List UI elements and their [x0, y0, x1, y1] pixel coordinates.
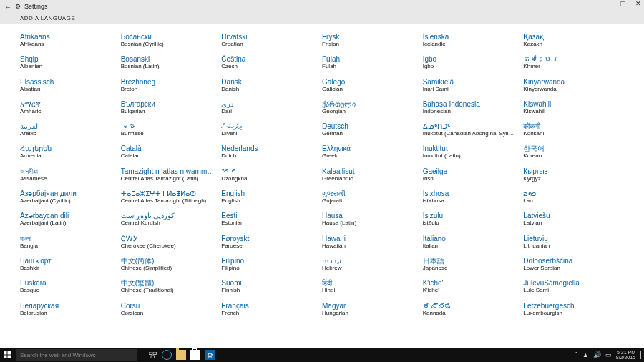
- language-item[interactable]: ລາວLao: [523, 190, 617, 205]
- language-item[interactable]: BrezhonegBreton: [121, 78, 215, 93]
- language-item[interactable]: ItalianoItalian: [423, 235, 517, 250]
- language-item[interactable]: Азәрбајҹан дилиAzerbaijani (Cyrillic): [20, 190, 114, 205]
- language-item[interactable]: ᐃᓄᒃᑎᑐᑦInuktitut (Canadian Aboriginal Syl…: [423, 122, 517, 137]
- language-item[interactable]: 日本語Japanese: [423, 257, 517, 272]
- language-item[interactable]: EnglishEnglish: [221, 190, 315, 205]
- language-item[interactable]: IsixhosaisiXhosa: [423, 190, 517, 205]
- language-item[interactable]: 中文(繁體)Chinese (Traditional): [121, 279, 215, 294]
- language-item[interactable]: हिंदीHindi: [322, 279, 416, 294]
- language-item[interactable]: EestiEstonian: [221, 212, 315, 227]
- input-indicator-icon[interactable]: ▭: [605, 351, 612, 358]
- language-native-name: ᐃᓄᒃᑎᑐᑦ: [423, 122, 517, 130]
- maximize-button[interactable]: ▢: [618, 0, 627, 7]
- minimize-button[interactable]: —: [602, 0, 611, 7]
- language-english-name: Basque: [20, 288, 114, 294]
- language-item[interactable]: ភាសាខ្មែរKhmer: [523, 55, 617, 70]
- language-item[interactable]: LietuviųLithuanian: [523, 235, 617, 250]
- language-item[interactable]: ᏣᎳᎩCherokee (Cherokee): [121, 235, 215, 250]
- language-item[interactable]: DolnoserbšćinaLower Sorbian: [523, 257, 617, 272]
- language-item[interactable]: कोंकणीKonkani: [523, 122, 617, 137]
- volume-icon[interactable]: 🔊: [593, 351, 601, 358]
- language-item[interactable]: বাংলাBangla: [20, 235, 114, 250]
- language-item[interactable]: ElsässischAlsatian: [20, 78, 114, 93]
- language-native-name: Fulah: [322, 55, 416, 63]
- language-item[interactable]: کوردیی ناوەڕاستCentral Kurdish: [121, 212, 215, 227]
- language-item[interactable]: LatviešuLatvian: [523, 212, 617, 227]
- language-item[interactable]: GaeilgeIrish: [423, 167, 517, 182]
- file-explorer-icon[interactable]: [176, 350, 186, 360]
- language-item[interactable]: ಕನ್ನಡKannada: [423, 302, 517, 317]
- language-item[interactable]: AfrikaansAfrikaans: [20, 33, 114, 48]
- language-item[interactable]: DanskDanish: [221, 78, 315, 93]
- language-item[interactable]: БашҡортBashkir: [20, 257, 114, 272]
- language-item[interactable]: КыргызKyrgyz: [523, 167, 617, 182]
- language-item[interactable]: ქართულიGeorgian: [322, 100, 416, 115]
- language-item[interactable]: K'iche'K'iche': [423, 279, 517, 294]
- language-item[interactable]: ဗမာBurmese: [121, 122, 215, 137]
- language-item[interactable]: עבריתHebrew: [322, 257, 416, 272]
- language-item[interactable]: GalegoGalician: [322, 78, 416, 93]
- language-item[interactable]: HawaiʻiHawaiian: [322, 235, 416, 250]
- language-item[interactable]: IsizuluisiZulu: [423, 212, 517, 227]
- network-icon[interactable]: ▲: [582, 351, 589, 358]
- language-item[interactable]: БеларускаяBelarusian: [20, 302, 114, 317]
- language-item[interactable]: ShqipAlbanian: [20, 55, 114, 70]
- language-item[interactable]: JulevuSámegiellaLule Sami: [523, 279, 617, 294]
- language-item[interactable]: FryskFrisian: [322, 33, 416, 48]
- language-item[interactable]: 한국어Korean: [523, 145, 617, 160]
- taskbar-clock[interactable]: 5:31 PM 8/2/2015: [616, 350, 635, 360]
- language-item[interactable]: አማርኛAmharic: [20, 100, 114, 115]
- language-item[interactable]: KinyarwandaKinyarwanda: [523, 78, 617, 93]
- language-item[interactable]: InuktitutInuktitut (Latin): [423, 145, 517, 160]
- language-item[interactable]: ÍslenskaIcelandic: [423, 33, 517, 48]
- language-item[interactable]: HausaHausa (Latin): [322, 212, 416, 227]
- language-item[interactable]: БосанскиBosnian (Cyrillic): [121, 33, 215, 48]
- language-item[interactable]: ҚазақKazakh: [523, 33, 617, 48]
- tray-chevron-icon[interactable]: ˄: [575, 351, 578, 358]
- language-item[interactable]: ČeštinaCzech: [221, 55, 315, 70]
- task-view-button[interactable]: [147, 350, 157, 360]
- taskbar-search[interactable]: Search the web and Windows: [16, 349, 137, 361]
- language-item[interactable]: ગુજરાતીGujarati: [322, 190, 416, 205]
- language-item[interactable]: FøroysktFaroese: [221, 235, 315, 250]
- language-english-name: Croatian: [221, 41, 315, 48]
- language-item[interactable]: ⵜⴰⵎⴰⵣⵉⵖⵜ ⵏ ⵍⴰⵟⵍⴰⵚCentral Atlas Tamazight…: [121, 190, 215, 205]
- close-button[interactable]: ✕: [634, 0, 643, 7]
- language-item[interactable]: DeutschGerman: [322, 122, 416, 137]
- language-item[interactable]: درىDari: [221, 100, 315, 115]
- language-item[interactable]: SämikielâInari Sami: [423, 78, 517, 93]
- language-item[interactable]: ΕλληνικάGreek: [322, 145, 416, 160]
- language-item[interactable]: Azərbaycan diliAzerbaijani (Latin): [20, 212, 114, 227]
- language-item[interactable]: EuskaraBasque: [20, 279, 114, 294]
- language-item[interactable]: FilipinoFilipino: [221, 257, 315, 272]
- action-center-icon[interactable]: [640, 352, 641, 358]
- edge-icon[interactable]: [162, 350, 172, 360]
- language-item[interactable]: HrvatskiCroatian: [221, 33, 315, 48]
- language-item[interactable]: SuomiFinnish: [221, 279, 315, 294]
- language-item[interactable]: KalaallisutGreenlandic: [322, 167, 416, 182]
- start-button[interactable]: [0, 348, 14, 362]
- language-item[interactable]: 中文(简体)Chinese (Simplified): [121, 257, 215, 272]
- language-item[interactable]: БългарскиBulgarian: [121, 100, 215, 115]
- language-item[interactable]: ՀայերենArmenian: [20, 145, 114, 160]
- language-item[interactable]: CorsuCorsican: [121, 302, 215, 317]
- language-item[interactable]: ދިވެހިބަސްDivehi: [221, 122, 315, 137]
- language-item[interactable]: FrançaisFrench: [221, 302, 315, 317]
- back-button[interactable]: ←: [3, 3, 13, 11]
- language-item[interactable]: MagyarHungarian: [322, 302, 416, 317]
- store-icon[interactable]: [190, 350, 200, 360]
- language-item[interactable]: العربيةArabic: [20, 122, 114, 137]
- language-item[interactable]: རྫོང་ཁDzongkha: [221, 167, 315, 182]
- language-item[interactable]: FulahFulah: [322, 55, 416, 70]
- windows-logo-icon: [4, 351, 11, 358]
- language-item[interactable]: BosanskiBosnian (Latin): [121, 55, 215, 70]
- language-item[interactable]: Bahasa IndonesiaIndonesian: [423, 100, 517, 115]
- language-item[interactable]: KiswahiliKiswahili: [523, 100, 617, 115]
- language-item[interactable]: Tamazight n latlas n wamm…Central Atlas …: [121, 167, 215, 182]
- language-item[interactable]: CatalàCatalan: [121, 145, 215, 160]
- language-item[interactable]: অসমীয়াAssamese: [20, 167, 114, 182]
- language-item[interactable]: LëtzebuergeschLuxembourgish: [523, 302, 617, 317]
- language-item[interactable]: NederlandsDutch: [221, 145, 315, 160]
- language-item[interactable]: IgboIgbo: [423, 55, 517, 70]
- settings-app-icon[interactable]: ⚙: [205, 350, 215, 360]
